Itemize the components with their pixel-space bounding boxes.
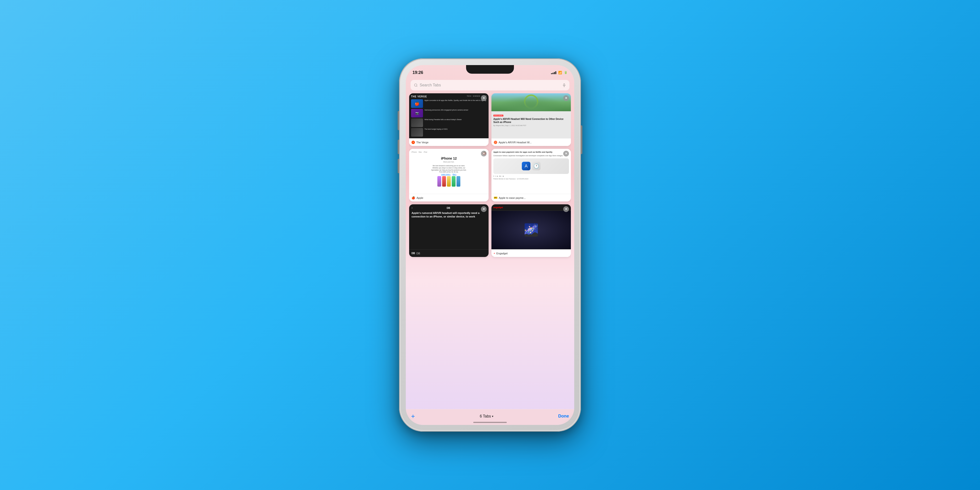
tab-title-information: Apple's AR/VR Headset W... [499,141,568,144]
phone-device: 19:26 📶 🔋 Search [399,58,581,432]
close-tab-ease-payment[interactable]: ✕ [563,151,569,156]
tab-content-verge: THE VERGE TECH SCIENCE MORE 🍎 [409,93,488,138]
tab-content-information: EXCLUSIVE Apple's AR/VR Headset Will Nee… [492,93,571,138]
tab-card-apple[interactable]: ✕ iPhone Mac iPad 🍎 iPhone [409,149,488,202]
svg-rect-2 [564,83,565,86]
ease-image: A 🕐 [493,158,569,174]
verge-content: THE VERGE TECH SCIENCE MORE 🍎 [409,93,488,138]
apple-price: From $29.12/mo. for 24 mo. [439,171,459,173]
verge-nav-science: SCIENCE [473,95,480,98]
home-indicator [473,422,507,423]
db-content: ≡ DB ⋯ Apple's rumored AR/VR headset wil… [409,204,488,249]
ease-body: Concession follows Japanese investigatio… [493,154,569,157]
tabs-label: 6 Tabs [480,414,491,418]
signal-bar-4 [555,71,556,74]
ease-author: Patrick McGee in San Francisco · 14 HOUR… [493,178,569,180]
apple-subtitle: Blast past fast. [443,161,454,163]
verge-article-text-2: Samsung announces 200-megapixel phone ca… [425,109,468,111]
verge-article-text-3: What losing Paradise tells us about toda… [425,118,461,121]
apple-park-aerial [492,93,571,111]
tab-content-apple: iPhone Mac iPad 🍎 iPhone 12 Blast past f… [409,149,488,194]
tabs-grid: ✕ THE VERGE TECH SCIENCE MORE [409,93,571,409]
iphone-colors [438,176,460,187]
apple-content: iPhone Mac iPad 🍎 iPhone 12 Blast past f… [409,149,488,194]
verge-article-text-1: Apple concedes to let apps like Netflix,… [425,99,487,102]
verge-article-2: 📷 Samsung announces 200-megapixel phone … [411,109,487,118]
iphone-red [442,176,446,187]
engadget-footer-logo: e [494,252,495,255]
tab-card-verge[interactable]: ✕ THE VERGE TECH SCIENCE MORE [409,93,488,146]
apple-buy: Buy › [453,173,457,175]
svg-point-0 [414,84,417,86]
ft-badge: FT [494,197,497,199]
info-text: EXCLUSIVE Apple's AR/VR Headset Will Nee… [492,111,571,128]
status-time: 19:26 [412,70,423,75]
status-icons: 📶 🔋 [551,71,568,75]
tab-favicon-verge: V [412,141,415,144]
app-store-icon: A [522,162,530,170]
tab-card-information[interactable]: ✕ EXCLUSIVE Apple's AR/VR Headset Will N… [492,93,571,146]
apple-body: We look forward to welcoming you to our … [431,165,466,171]
tab-footer-engadget: e Engadget [492,249,571,257]
tab-footer-ease: FT Apple to ease payme... [492,194,571,202]
add-tab-button[interactable]: + [411,413,415,420]
tab-content-ease: Apple to ease payment rules for apps suc… [492,149,571,194]
tab-footer-information: i Apple's AR/VR Headset W... [492,138,571,146]
tab-content-engadget: engadget 🌌 [492,204,571,249]
tab-title-engadget: Engadget [496,252,568,255]
tab-title-apple: Apple [417,196,486,199]
verge-thumb-3 [411,118,423,127]
wifi-icon: 📶 [558,71,562,75]
tabs-count-button[interactable]: 6 Tabs ▾ [480,414,493,418]
db-footer-logo: DB [412,252,415,255]
exclusive-badge: EXCLUSIVE [493,115,503,116]
verge-thumb-1: 🍎 [411,99,423,108]
close-tab-db[interactable]: ✕ [481,206,487,212]
ease-social: f t in G+ ♥ [493,175,569,177]
ease-content: Apple to ease payment rules for apps suc… [492,149,571,194]
db-logo: DB [447,207,450,209]
verge-thumb-4 [411,128,423,137]
iphone-green [452,176,455,187]
search-placeholder: Search Tabs [420,83,560,88]
side-button[interactable] [581,126,582,154]
signal-bar-1 [551,73,552,74]
apple-buy-links: Learn more › Buy › [441,173,457,175]
tab-content-db: ≡ DB ⋯ Apple's rumored AR/VR headset wil… [409,204,488,249]
engadget-content: engadget 🌌 [492,204,571,249]
verge-article-text-4: The best budget laptop of 2021 [425,128,448,130]
tab-favicon-information: i [494,141,497,144]
close-tab-verge[interactable]: ✕ [481,95,487,101]
info-content: EXCLUSIVE Apple's AR/VR Headset Will Nee… [492,93,571,138]
search-bar[interactable]: Search Tabs [410,80,570,91]
info-byline: By Wayne Ma | Sept. 2, 2021 04:05 AM PST [493,125,569,126]
verge-thumb-2: 📷 [411,109,423,118]
signal-bar-2 [552,73,554,74]
info-headline: Apple's AR/VR Headset Will Need Connecti… [493,118,569,124]
engadget-logo: engadget [493,206,503,208]
tab-card-ease-payment[interactable]: ✕ Apple to ease payment rules for apps s… [492,149,571,202]
microphone-icon [562,83,566,87]
apple-iphone-title: iPhone 12 [441,156,457,160]
done-button[interactable]: Done [558,414,569,419]
tab-title-verge: The Verge [416,141,486,144]
close-tab-apple[interactable]: ✕ [481,151,487,156]
iphone-purple [438,176,441,187]
signal-bar-3 [554,72,555,74]
tab-card-db[interactable]: ✕ ≡ DB ⋯ Apple's rumored AR/VR headset w… [409,204,488,257]
svg-line-1 [417,86,417,87]
battery-icon: 🔋 [564,71,568,74]
tab-title-db: DB [416,252,486,255]
verge-article-1: 🍎 Apple concedes to let apps like Netfli… [411,99,487,108]
tabs-chevron: ▾ [492,415,493,418]
iphone-gold [447,176,451,187]
apple-logo-icon: 🍎 [412,196,415,200]
close-tab-information[interactable]: ✕ [563,95,569,101]
close-tab-engadget[interactable]: ✕ [563,206,569,212]
tab-footer-db: DB DB [409,249,488,257]
notch [466,65,514,74]
tab-title-ease: Apple to ease payme... [499,196,568,199]
tab-card-engadget[interactable]: ✕ engadget 🌌 e Engadget [492,204,571,257]
ease-headline: Apple to ease payment rules for apps suc… [493,151,569,153]
engadget-image-area: 🌌 [492,211,571,249]
